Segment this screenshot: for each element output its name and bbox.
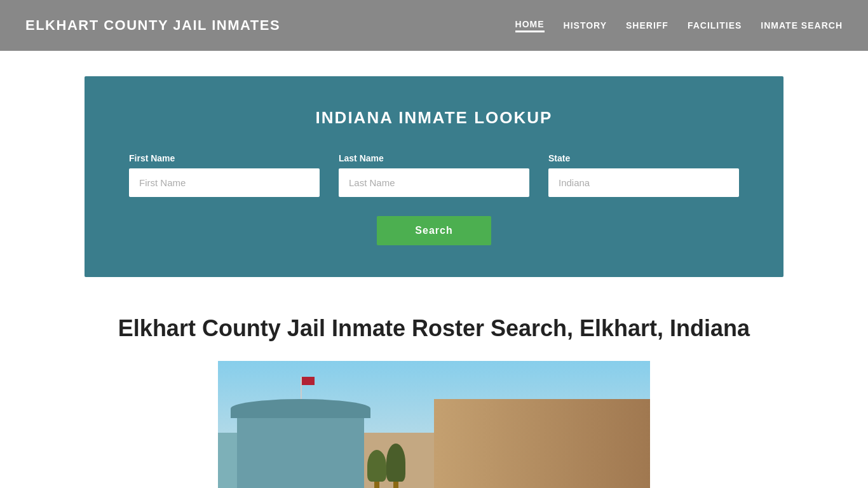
tree-1 [370, 450, 383, 488]
tree-trunk-1 [374, 482, 379, 488]
site-title: ELKHART COUNTY JAIL INMATES [25, 17, 280, 34]
site-header: ELKHART COUNTY JAIL INMATES HOME HISTORY… [0, 0, 868, 51]
state-group: State [548, 153, 739, 197]
tree-trunk-2 [393, 482, 398, 488]
tree-top-2 [386, 444, 405, 482]
last-name-input[interactable] [339, 168, 529, 197]
flag [302, 377, 315, 385]
search-button[interactable]: Search [377, 216, 491, 245]
nav-home[interactable]: HOME [515, 19, 545, 32]
search-section: INDIANA INMATE LOOKUP First Name Last Na… [85, 76, 783, 277]
last-name-group: Last Name [339, 153, 529, 197]
last-name-label: Last Name [339, 153, 529, 163]
first-name-input[interactable] [129, 168, 320, 197]
first-name-label: First Name [129, 153, 320, 163]
nav-facilities[interactable]: FACILITIES [688, 20, 742, 30]
building-image: Elkhart County [218, 361, 650, 488]
left-building-roof [231, 399, 370, 418]
nav-history[interactable]: HISTORY [564, 20, 607, 30]
state-input[interactable] [548, 168, 739, 197]
main-nav: HOME HISTORY SHERIFF FACILITIES INMATE S… [515, 19, 843, 32]
nav-inmate-search[interactable]: INMATE SEARCH [761, 20, 843, 30]
tree-2 [390, 444, 402, 488]
search-form-row: First Name Last Name State [110, 153, 758, 197]
left-building [237, 412, 364, 488]
state-label: State [548, 153, 739, 163]
search-section-title: INDIANA INMATE LOOKUP [110, 108, 758, 128]
right-building [434, 399, 650, 488]
nav-sheriff[interactable]: SHERIFF [626, 20, 668, 30]
search-btn-row: Search [110, 216, 758, 245]
tree-top-1 [367, 450, 386, 482]
first-name-group: First Name [129, 153, 320, 197]
main-content: Elkhart County Jail Inmate Roster Search… [85, 302, 783, 488]
page-heading: Elkhart County Jail Inmate Roster Search… [110, 315, 758, 342]
